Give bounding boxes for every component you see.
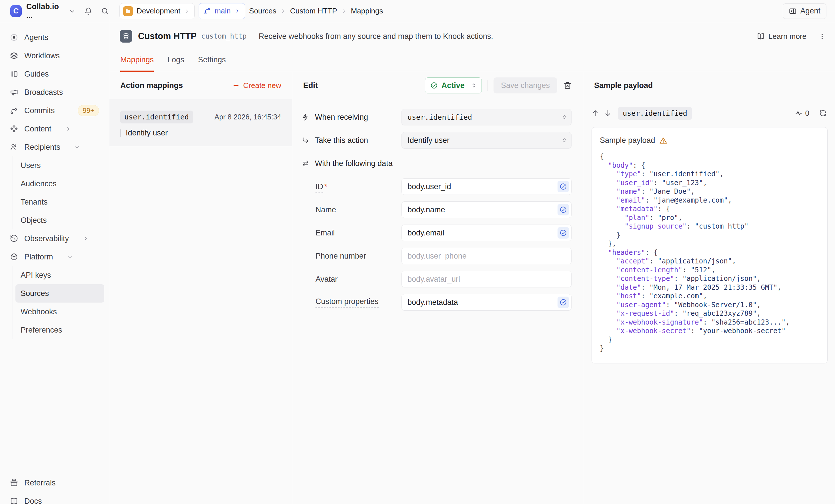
payload-toolbar: user.identified 0 [583, 99, 835, 127]
branch-label: main [215, 6, 231, 16]
branch-selector[interactable]: main [199, 3, 245, 19]
avatar-field[interactable] [402, 271, 572, 288]
package-icon [10, 253, 18, 261]
with-data-row: With the following data [302, 155, 572, 172]
sidebar-item-agents[interactable]: Agents [0, 28, 109, 46]
payload-line: "signup_source": "custom_http" [600, 222, 819, 231]
phone-field[interactable] [402, 248, 572, 264]
status-select[interactable]: Active [425, 78, 482, 93]
sidebar-item-preferences[interactable]: Preferences [13, 321, 109, 339]
email-field[interactable] [402, 225, 572, 241]
sidebar-item-users[interactable]: Users [13, 156, 109, 174]
book-icon [757, 32, 765, 40]
agent-label: Agent [800, 6, 820, 16]
breadcrumb: Development main Sources Custom HTTP Map… [109, 0, 383, 22]
sidebar-item-docs[interactable]: Docs [0, 492, 109, 504]
commits-badge: 99+ [78, 105, 99, 116]
chevrons-up-down-icon [561, 137, 568, 143]
refresh-icon[interactable] [819, 109, 827, 117]
tab-logs[interactable]: Logs [167, 56, 184, 72]
arrow-down-icon[interactable] [604, 109, 612, 117]
id-field[interactable] [402, 178, 572, 195]
arrow-up-icon[interactable] [591, 109, 599, 117]
sample-payload-card: Sample payload { "body": { "type": "user… [592, 127, 828, 363]
tree-indent-bar [120, 129, 121, 137]
platform-subgroup: API keys Sources Webhooks Preferences [13, 266, 109, 339]
payload-line: "user_id": "user_123", [600, 178, 819, 187]
sidebar-item-audiences[interactable]: Audiences [13, 174, 109, 193]
event-count: 0 [805, 109, 809, 118]
environment-label: Development [137, 6, 180, 16]
chevron-down-icon [69, 8, 76, 15]
payload-json: { "body": { "type": "user.identified", "… [600, 152, 819, 353]
chevron-right-icon [184, 8, 190, 14]
sidebar-item-recipients[interactable]: Recipients [0, 138, 109, 156]
create-new-button[interactable]: Create new [232, 81, 281, 90]
sidebar-item-tenants[interactable]: Tenants [13, 193, 109, 211]
breadcrumb-separator-icon [341, 8, 347, 14]
chevron-right-icon [235, 8, 240, 14]
history-clock-icon [10, 234, 18, 243]
save-changes-button[interactable]: Save changes [493, 78, 557, 93]
custom-properties-field[interactable] [402, 294, 572, 311]
panels-icon [10, 70, 18, 78]
required-marker: * [324, 182, 327, 191]
verified-check-icon [557, 204, 569, 215]
tab-mappings[interactable]: Mappings [120, 56, 154, 72]
take-action-row: Take this action Identify user [302, 132, 572, 149]
payload-line: }, [600, 239, 819, 248]
sidebar-item-commits[interactable]: Commits 99+ [0, 101, 109, 120]
edit-title: Edit [303, 81, 318, 90]
take-action-select[interactable]: Identify user [402, 132, 572, 149]
git-branch-icon [203, 7, 211, 15]
sidebar-item-sources[interactable]: Sources [16, 284, 104, 302]
sidebar-item-objects[interactable]: Objects [13, 211, 109, 229]
breadcrumb-separator-icon [280, 8, 286, 14]
learn-more-link[interactable]: Learn more [757, 32, 807, 41]
delete-mapping-icon[interactable] [563, 81, 572, 90]
breadcrumb-sources[interactable]: Sources [249, 6, 276, 16]
sidebar-item-platform[interactable]: Platform [0, 248, 109, 266]
sidebar-item-content[interactable]: Content [0, 120, 109, 138]
agent-panel-button[interactable]: Agent [783, 3, 827, 19]
breadcrumb-custom-http[interactable]: Custom HTTP [290, 6, 337, 16]
page-header: Custom HTTP custom_http Receive webhooks… [109, 23, 835, 50]
chevrons-up-down-icon [471, 82, 477, 88]
sidebar: Agents Workflows Guides Broadcasts Commi… [0, 23, 109, 504]
warning-triangle-icon [659, 136, 667, 145]
sidebar-item-guides[interactable]: Guides [0, 65, 109, 83]
activity-pulse-icon[interactable] [795, 109, 802, 117]
sidebar-item-webhooks[interactable]: Webhooks [13, 302, 109, 321]
payload-line: "x-webhook-secret": "your-webhook-secret… [600, 327, 819, 335]
sidebar-item-api-keys[interactable]: API keys [13, 266, 109, 284]
sample-payload-panel: Sample payload user.identified 0 Sample … [583, 72, 835, 504]
chevrons-up-down-icon [561, 114, 568, 120]
page-description: Receive webhooks from any source and map… [259, 32, 493, 41]
source-database-icon [120, 30, 132, 43]
sidebar-item-workflows[interactable]: Workflows [0, 46, 109, 65]
payload-line: "plan": "pro", [600, 213, 819, 222]
tab-settings[interactable]: Settings [198, 56, 226, 72]
source-slug: custom_http [201, 32, 247, 40]
payload-line: "type": "user.identified", [600, 170, 819, 178]
action-mappings-title: Action mappings [120, 81, 183, 90]
sidebar-item-broadcasts[interactable]: Broadcasts [0, 83, 109, 101]
sidebar-item-referrals[interactable]: Referrals [0, 474, 109, 492]
payload-line: "content-type": "application/json", [600, 274, 819, 283]
payload-line: "headers": { [600, 248, 819, 257]
search-icon[interactable] [101, 7, 109, 15]
when-receiving-select[interactable]: user.identified [402, 109, 572, 125]
sidebar-item-observability[interactable]: Observability [0, 229, 109, 248]
workspace-switcher[interactable]: C Collab.io ... [0, 0, 109, 22]
name-field[interactable] [402, 202, 572, 218]
folder-icon [123, 6, 133, 16]
field-row-email: Email [302, 225, 572, 241]
notifications-bell-icon[interactable] [84, 7, 92, 15]
payload-line: "x-webhook-signature": "sha256=abc123...… [600, 318, 819, 327]
workspace-name: Collab.io ... [26, 2, 65, 20]
environment-selector[interactable]: Development [119, 3, 195, 19]
mapping-list-item[interactable]: user.identified Apr 8 2026, 16:45:34 Ide… [109, 99, 292, 146]
zap-icon [302, 113, 309, 121]
chevron-right-icon [65, 126, 71, 132]
more-options-kebab-icon[interactable] [818, 33, 826, 40]
